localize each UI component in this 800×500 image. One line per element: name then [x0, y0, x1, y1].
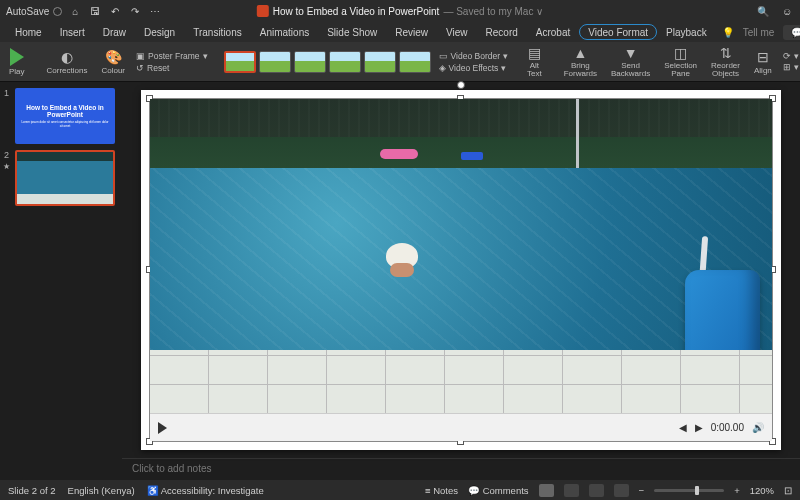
slide-canvas[interactable]: ◀ ▶ 0:00.00 🔊 [141, 90, 781, 450]
corrections-icon: ◐ [61, 49, 73, 65]
send-backwards-button[interactable]: ▼ Send Backwards [608, 45, 653, 78]
ribbon-tabs: Home Insert Draw Design Transitions Anim… [0, 22, 800, 42]
video-effects-button[interactable]: ◈Video Effects ▾ [439, 63, 508, 73]
accessibility-label: Accessibility: Investigate [161, 485, 264, 496]
view-reading-button[interactable] [589, 484, 604, 497]
colour-button[interactable]: 🎨 Colour [98, 49, 128, 75]
fit-to-window-button[interactable]: ⊡ [784, 485, 792, 496]
slide-thumbnail-2[interactable] [15, 150, 115, 206]
selection-pane-button[interactable]: ◫ Selection Pane [661, 45, 700, 78]
send-backwards-label: Send Backwards [611, 62, 650, 78]
tab-draw[interactable]: Draw [94, 24, 135, 41]
reorder-icon: ⇅ [720, 45, 732, 61]
zoom-level[interactable]: 120% [750, 485, 774, 496]
tab-home[interactable]: Home [6, 24, 51, 41]
comments-toggle[interactable]: 💬 Comments [468, 485, 529, 496]
language-selector[interactable]: English (Kenya) [68, 485, 135, 496]
play-button[interactable]: Play [6, 48, 28, 76]
more-icon[interactable]: ⋯ [148, 4, 162, 18]
reorder-objects-button[interactable]: ⇅ Reorder Objects [708, 45, 743, 78]
tab-design[interactable]: Design [135, 24, 184, 41]
video-style-1[interactable] [224, 51, 256, 73]
video-next-button[interactable]: ▶ [695, 422, 703, 433]
zoom-slider-thumb[interactable] [695, 486, 699, 495]
video-style-4[interactable] [329, 51, 361, 73]
autosave-indicator-icon [53, 7, 62, 16]
accessibility-checker[interactable]: ♿ Accessibility: Investigate [147, 485, 264, 496]
alt-text-button[interactable]: ▤ Alt Text [524, 45, 545, 78]
powerpoint-icon [257, 5, 269, 17]
animation-indicator-icon: ★ [3, 162, 10, 171]
video-time: 0:00.00 [711, 422, 744, 433]
tab-record[interactable]: Record [477, 24, 527, 41]
video-prev-button[interactable]: ◀ [679, 422, 687, 433]
video-style-6[interactable] [399, 51, 431, 73]
group-button[interactable]: ⊞▾ [783, 62, 799, 72]
zoom-out-button[interactable]: − [639, 485, 645, 496]
tab-playback[interactable]: Playback [657, 24, 716, 41]
video-style-5[interactable] [364, 51, 396, 73]
video-volume-button[interactable]: 🔊 [752, 422, 764, 433]
notes-toggle[interactable]: ≡ Notes [425, 485, 458, 496]
poster-frame-button[interactable]: ▣Poster Frame ▾ [136, 51, 208, 61]
video-effects-label: Video Effects [449, 63, 499, 73]
comments-button[interactable]: 💬 Comments [783, 25, 800, 40]
undo-icon[interactable]: ↶ [108, 4, 122, 18]
tab-video-format[interactable]: Video Format [579, 24, 657, 40]
slide-counter[interactable]: Slide 2 of 2 [8, 485, 56, 496]
thumb1-title: How to Embed a Video in PowerPoint [21, 104, 109, 118]
zoom-in-button[interactable]: + [734, 485, 740, 496]
comments-toggle-label: Comments [483, 485, 529, 496]
tab-transitions[interactable]: Transitions [184, 24, 251, 41]
accessibility-icon: ♿ [147, 485, 159, 496]
corrections-label: Corrections [47, 66, 88, 75]
tell-me-search[interactable]: Tell me [734, 24, 784, 41]
tab-review[interactable]: Review [386, 24, 437, 41]
bring-forwards-button[interactable]: ▲ Bring Forwards [561, 45, 600, 78]
thumb1-subtitle: Lorem ipsum dolor sit amet consectetur a… [21, 121, 109, 128]
view-normal-button[interactable] [539, 484, 554, 497]
align-button[interactable]: ⊟ Align [751, 49, 775, 75]
notes-pane[interactable]: Click to add notes [122, 458, 800, 480]
ribbon-video-format: Play ◐ Corrections 🎨 Colour ▣Poster Fram… [0, 42, 800, 82]
alt-text-label: Alt Text [527, 62, 542, 78]
tab-acrobat[interactable]: Acrobat [527, 24, 579, 41]
corrections-button[interactable]: ◐ Corrections [44, 49, 91, 75]
video-border-button[interactable]: ▭Video Border ▾ [439, 51, 508, 61]
notes-toggle-label: Notes [433, 485, 458, 496]
save-icon[interactable]: 🖫 [88, 4, 102, 18]
tab-animations[interactable]: Animations [251, 24, 318, 41]
help-icon[interactable]: ☺ [780, 4, 794, 18]
search-icon[interactable]: 🔍 [756, 4, 770, 18]
effects-icon: ◈ [439, 63, 446, 73]
tab-slide-show[interactable]: Slide Show [318, 24, 386, 41]
comment-icon: 💬 [791, 27, 800, 38]
home-icon[interactable]: ⌂ [68, 4, 82, 18]
save-status[interactable]: — Saved to my Mac ∨ [443, 6, 543, 17]
status-bar: Slide 2 of 2 English (Kenya) ♿ Accessibi… [0, 480, 800, 500]
rotate-button[interactable]: ⟳▾ [783, 51, 799, 61]
rotation-handle[interactable] [457, 81, 465, 89]
video-border-label: Video Border [451, 51, 500, 61]
colour-icon: 🎨 [105, 49, 122, 65]
slide-thumbnail-1[interactable]: How to Embed a Video in PowerPoint Lorem… [15, 88, 115, 144]
reset-button[interactable]: ↺Reset [136, 63, 208, 73]
redo-icon[interactable]: ↷ [128, 4, 142, 18]
video-style-2[interactable] [259, 51, 291, 73]
video-preview-image [150, 99, 772, 413]
video-styles-gallery[interactable] [224, 51, 431, 73]
video-style-3[interactable] [294, 51, 326, 73]
autosave-toggle[interactable]: AutoSave [6, 6, 62, 17]
zoom-slider[interactable] [654, 489, 724, 492]
view-slideshow-button[interactable] [614, 484, 629, 497]
slide-editor: ◀ ▶ 0:00.00 🔊 Click to add notes [122, 82, 800, 480]
tab-view[interactable]: View [437, 24, 477, 41]
view-sorter-button[interactable] [564, 484, 579, 497]
align-icon: ⊟ [757, 49, 769, 65]
notes-placeholder: Click to add notes [132, 463, 212, 474]
video-play-button[interactable] [158, 422, 167, 434]
video-object[interactable]: ◀ ▶ 0:00.00 🔊 [149, 98, 773, 442]
tab-insert[interactable]: Insert [51, 24, 94, 41]
slide-number: 2 [4, 150, 12, 206]
bring-forward-icon: ▲ [573, 45, 587, 61]
